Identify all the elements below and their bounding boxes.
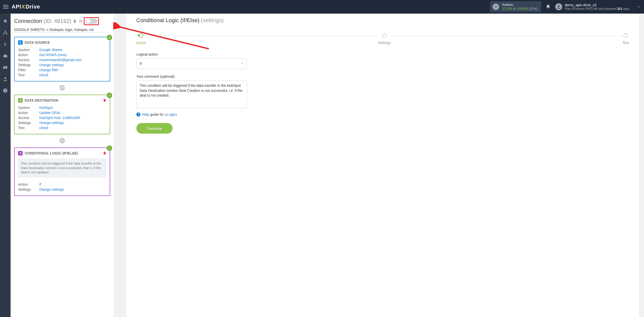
help-line: ? Help guide for «Logic» [136, 112, 629, 116]
kv-row: SystemHubSpot [18, 105, 106, 110]
continue-button[interactable]: Continue [136, 123, 173, 134]
comment-label: Your comment (optional) [136, 74, 629, 78]
card-conditional-logic[interactable]: ✓ 3 CONDITIONAL LOGIC (IF/ELSE) This con… [14, 147, 110, 196]
kv-row: SystemGoogle Sheets [18, 47, 106, 52]
actions-count: 22'139 [502, 7, 512, 11]
left-rail: $ ? [0, 14, 11, 317]
chevron-down-icon[interactable] [629, 5, 641, 9]
user-plan: Plan |Premium PRO| left until payment 31… [565, 7, 629, 11]
add-button[interactable]: + [59, 85, 65, 91]
card-title: CONDITIONAL LOGIC (IF/ELSE) [25, 151, 78, 155]
kv-link[interactable]: check [39, 126, 49, 130]
comment-textarea[interactable] [136, 81, 247, 108]
kv-key: Test [18, 73, 36, 77]
svg-rect-5 [4, 55, 7, 57]
trash-icon[interactable] [103, 98, 107, 102]
kv-row: Settingschange settings [18, 120, 106, 125]
dollar-icon[interactable]: $ [3, 42, 8, 47]
user-menu[interactable]: demo_apix-drive_s3 Plan |Premium PRO| le… [555, 3, 629, 11]
kv-link[interactable]: check [39, 73, 49, 77]
kv-link[interactable]: HubSpot Hub: 143801645 [39, 116, 80, 120]
card-title: DATA SOURCE [25, 41, 50, 45]
home-icon[interactable] [3, 19, 8, 24]
card-data-destination[interactable]: ✓ 2 DATA DESTINATION SystemHubSpotAction… [14, 95, 110, 134]
kv-key: System [18, 106, 36, 110]
kv-link[interactable]: HubSpot [39, 106, 53, 110]
stepper: Action Settings Test [136, 33, 629, 45]
document-icon[interactable] [73, 19, 77, 23]
card-data-source[interactable]: ✓ 1 DATA SOURCE SystemGoogle SheetsActio… [14, 37, 110, 82]
select-value: If [140, 62, 142, 66]
kv-key: Settings [18, 63, 36, 67]
kv-link[interactable]: change settings [39, 121, 64, 125]
youtube-icon[interactable] [3, 65, 8, 70]
logic-link[interactable]: Logic [167, 112, 175, 116]
page-title: Conditional Logic (If/Else) (settings) [136, 17, 629, 24]
kv-row: AccessHubSpot Hub: 143801645 [18, 115, 106, 120]
user-icon[interactable] [3, 76, 8, 82]
step-settings[interactable]: Settings [378, 33, 391, 45]
step-action[interactable]: Action [136, 33, 146, 45]
briefcase-icon[interactable] [3, 53, 8, 58]
gear-icon[interactable] [78, 19, 82, 23]
info-icon: i [493, 4, 499, 10]
kv-link[interactable]: maverickandrii@gmail.com [39, 58, 82, 62]
kv-key: Settings [18, 121, 36, 125]
chevron-down-icon [240, 62, 244, 65]
help-icon[interactable]: ? [3, 88, 8, 93]
check-icon: ✓ [107, 145, 112, 151]
kv-link[interactable]: change settings [39, 187, 64, 191]
bell-icon[interactable] [546, 4, 551, 9]
kv-row: Testcheck [18, 125, 106, 130]
card-number: 2 [18, 98, 23, 103]
connection-toggle[interactable] [86, 18, 97, 24]
help-link[interactable]: Help [142, 112, 149, 116]
svg-text:?: ? [5, 89, 6, 92]
card-description: This condition will be triggered if the … [18, 158, 106, 177]
kv-key: Action [18, 111, 36, 115]
kv-key: Access [18, 58, 36, 62]
actions-counter[interactable]: i Actions: 22'139 of 100'000 (22%) [490, 1, 541, 13]
avatar-icon [555, 3, 562, 10]
svg-rect-2 [3, 33, 5, 34]
actions-label: Actions: [502, 3, 538, 7]
add-button[interactable]: + [59, 138, 65, 143]
top-nav: APIXDrive i Actions: 22'139 of 100'000 (… [0, 0, 644, 14]
kv-key: Settings [18, 187, 36, 191]
kv-key: Filter [18, 68, 36, 72]
svg-point-7 [5, 77, 6, 79]
kv-row: ActionGet ROWS (new) [18, 52, 106, 57]
help-icon: ? [136, 112, 140, 116]
kv-link[interactable]: If [39, 182, 41, 186]
brand-part2: Drive [25, 4, 40, 10]
sitemap-icon[interactable] [3, 30, 8, 35]
kv-key: Access [18, 116, 36, 120]
logical-action-label: Logical action [136, 52, 629, 56]
check-icon: ✓ [107, 35, 112, 40]
brand-part1: API [12, 4, 21, 10]
trash-icon[interactable] [103, 151, 107, 155]
card-title: DATA DESTINATION [25, 98, 58, 102]
svg-rect-3 [6, 33, 7, 34]
kv-row: Accessmaverickandrii@gmail.com [18, 57, 106, 62]
card-number: 1 [18, 40, 23, 45]
kv-key: System [18, 48, 36, 52]
menu-icon[interactable] [3, 4, 9, 10]
step-test[interactable]: Test [622, 33, 629, 45]
logical-action-select[interactable]: If [136, 58, 247, 69]
kv-key: Action [18, 182, 36, 186]
kv-link[interactable]: Google Sheets [39, 48, 63, 52]
kv-link[interactable]: Get ROWS (new) [39, 53, 67, 57]
kv-row: Testcheck [18, 72, 106, 77]
connection-panel: Connection (ID: 48192) GOOGLE SHEETS -> … [11, 14, 114, 317]
settings-panel: Conditional Logic (If/Else) (settings) A… [126, 14, 639, 317]
brand-logo[interactable]: APIXDrive [12, 4, 40, 10]
kv-row: Settingschange settings [18, 62, 106, 67]
kv-link[interactable]: Update DEAL [39, 111, 61, 115]
connection-title: Connection (ID: 48192) [14, 17, 110, 25]
kv-row: ActionIf [18, 182, 106, 187]
kv-link[interactable]: change settings [39, 63, 64, 67]
kv-link[interactable]: change filter [39, 68, 58, 72]
kv-row: Settingschange settings [18, 187, 106, 192]
svg-rect-1 [5, 31, 6, 32]
